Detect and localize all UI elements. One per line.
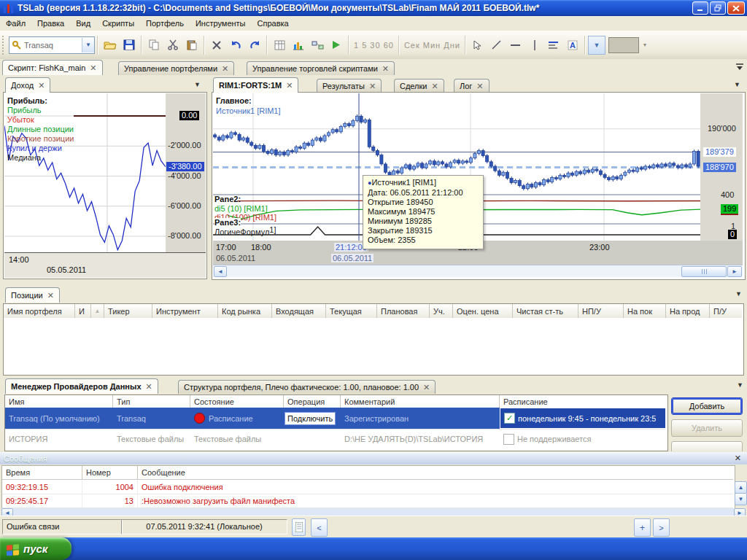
text-tool-button[interactable]: A	[563, 36, 582, 55]
col-i[interactable]: И	[75, 304, 91, 318]
col-market-code[interactable]: Код рынка	[218, 304, 272, 318]
save-button[interactable]	[120, 36, 139, 55]
col-number[interactable]: Номер	[82, 466, 138, 480]
col-npu[interactable]: НП/У	[578, 304, 624, 318]
tab-close-icon[interactable]: ✕	[286, 81, 293, 90]
chart-button[interactable]	[289, 36, 308, 55]
tab-close-icon[interactable]: ✕	[423, 383, 430, 392]
col-portfolio-name[interactable]: Имя портфеля	[4, 304, 75, 318]
copy-button[interactable]	[144, 36, 163, 55]
provider-action-button-partial[interactable]	[671, 441, 743, 451]
col-current[interactable]: Текущая	[326, 304, 377, 318]
hline-tool-button[interactable]	[506, 36, 525, 55]
col-ticker[interactable]: Тикер	[104, 304, 152, 318]
scrollbar-thumb[interactable]	[681, 266, 727, 277]
col-comment[interactable]: Комментарий	[341, 395, 500, 408]
tab-close-icon[interactable]: ✕	[146, 382, 152, 392]
messages-hscrollbar[interactable]: ◄ ►	[1, 508, 746, 516]
delete-button[interactable]	[207, 36, 226, 55]
tab-trade-management[interactable]: Управление торговлей скриптами✕	[247, 61, 395, 75]
redo-button[interactable]	[245, 36, 264, 55]
pointer-tool-button[interactable]	[468, 36, 487, 55]
menu-edit[interactable]: Правка	[31, 18, 70, 29]
tab-providers-manager[interactable]: Менеджер Провайдеров Данных✕	[5, 378, 158, 394]
menu-view[interactable]: Вид	[70, 18, 96, 29]
menu-tools[interactable]: Инструменты	[190, 18, 252, 29]
trendline-tool-button[interactable]	[487, 36, 506, 55]
tab-close-icon[interactable]: ✕	[432, 82, 438, 91]
tab-close-icon[interactable]: ✕	[222, 64, 228, 74]
timeframe-units[interactable]: Сек Мин Дни	[404, 41, 460, 50]
col-net-value[interactable]: Чистая ст-ть	[513, 304, 578, 318]
chart-panel-menu-icon[interactable]: ▼	[734, 81, 740, 88]
provider-schedule-cell[interactable]: Не поддерживается	[500, 429, 666, 448]
col-instrument[interactable]: Инструмент	[152, 304, 218, 318]
checkbox-unchecked-icon[interactable]	[503, 434, 514, 445]
positions-panel-menu-icon[interactable]: ▼	[735, 290, 742, 298]
workspace-scroll-right-icon[interactable]: >	[653, 518, 670, 537]
col-uch[interactable]: Уч.	[430, 304, 453, 318]
col-incoming[interactable]: Входящая	[272, 304, 326, 318]
export-button[interactable]	[308, 36, 327, 55]
add-provider-button[interactable]: Добавить	[671, 397, 743, 415]
start-button[interactable]: пуск	[0, 537, 71, 560]
connect-button[interactable]: Подключить	[285, 412, 336, 425]
providers-panel-menu-icon[interactable]: ▼	[737, 381, 743, 389]
col-state[interactable]: Состояние	[190, 395, 284, 408]
provider-schedule-cell[interactable]: ✓ понедельник 9:45 - понедельник 23:5	[500, 408, 666, 429]
tab-close-icon[interactable]: ✕	[90, 63, 96, 73]
tab-positions[interactable]: Позиции✕	[5, 287, 60, 303]
menu-help[interactable]: Справка	[252, 18, 295, 29]
message-row[interactable]: 09:32:19.15 1004 Ошибка подключения	[2, 480, 733, 494]
menu-file[interactable]: Файл	[0, 18, 31, 29]
tab-script-fishka[interactable]: Скрипт: FishKa_main✕	[2, 60, 103, 75]
tab-portfolio-structure[interactable]: Структура портфеля, Плечо фактическое: 1…	[178, 380, 436, 394]
tab-results[interactable]: Результаты✕	[317, 79, 382, 93]
connection-dropdown-icon[interactable]: ▼	[82, 38, 94, 52]
tab-close-icon[interactable]: ✕	[369, 82, 376, 91]
messages-close-icon[interactable]: ✕	[735, 454, 741, 463]
col-to-buy[interactable]: На пок	[624, 304, 666, 318]
run-button[interactable]	[327, 36, 346, 55]
close-button[interactable]	[727, 1, 745, 15]
add-workspace-button[interactable]: +	[634, 518, 651, 537]
workspace-scroll-left-icon[interactable]: <	[311, 518, 328, 537]
minimize-button[interactable]	[692, 1, 708, 15]
col-message[interactable]: Сообщение	[138, 466, 733, 480]
restore-button[interactable]	[710, 1, 726, 15]
tab-portfolio-management[interactable]: Управление портфелями✕	[118, 61, 234, 75]
color-swatch-button[interactable]	[608, 37, 639, 53]
col-time[interactable]: Время	[2, 466, 82, 480]
col-pu[interactable]: П/У	[710, 304, 742, 318]
col-to-sell[interactable]: На прод	[666, 304, 710, 318]
col-type[interactable]: Тип	[113, 395, 190, 408]
open-button[interactable]	[101, 36, 120, 55]
chart-hscrollbar[interactable]: ◄ ►	[213, 265, 743, 277]
connection-combobox[interactable]: Transaq ▼	[9, 36, 95, 54]
remove-provider-button[interactable]: Удалить	[671, 419, 743, 437]
tab-close-icon[interactable]: ✕	[476, 82, 483, 91]
col-est-price[interactable]: Оцен. цена	[453, 304, 513, 318]
provider-row-transaq[interactable]: Transaq (По умолчанию) Transaq Расписани…	[5, 408, 666, 429]
menu-scripts[interactable]: Скрипты	[96, 18, 140, 29]
message-row[interactable]: 09:25:45.17 13 :Невозможно загрузить фай…	[2, 494, 733, 508]
tab-close-icon[interactable]: ✕	[38, 81, 44, 90]
col-schedule[interactable]: Расписание	[500, 395, 666, 408]
tab-income[interactable]: Доход✕	[5, 77, 50, 93]
income-panel-menu-icon[interactable]: ▼	[194, 81, 201, 88]
messages-scroll-up-icon[interactable]: ▲	[735, 481, 747, 494]
grid-settings-button[interactable]	[270, 36, 289, 55]
scroll-right-icon[interactable]: ►	[727, 266, 742, 277]
timeframe-numbers[interactable]: 1 5 30 60	[354, 41, 394, 50]
toolbar-grip[interactable]	[2, 36, 6, 55]
tab-log[interactable]: Лог✕	[454, 79, 489, 93]
menu-portfolio[interactable]: Портфель	[140, 18, 190, 29]
tab-overflow-icon[interactable]	[735, 63, 744, 71]
paste-button[interactable]	[182, 36, 201, 55]
provider-row-history[interactable]: ИСТОРИЯ Текстовые файлы Текстовые файлы …	[5, 429, 666, 448]
toolbar-overflow-icon[interactable]: ▾	[643, 42, 646, 48]
col-planned[interactable]: Плановая	[377, 304, 430, 318]
col-operation[interactable]: Операция	[284, 395, 341, 408]
notes-button[interactable]	[292, 518, 306, 536]
vline-tool-button[interactable]	[525, 36, 544, 55]
